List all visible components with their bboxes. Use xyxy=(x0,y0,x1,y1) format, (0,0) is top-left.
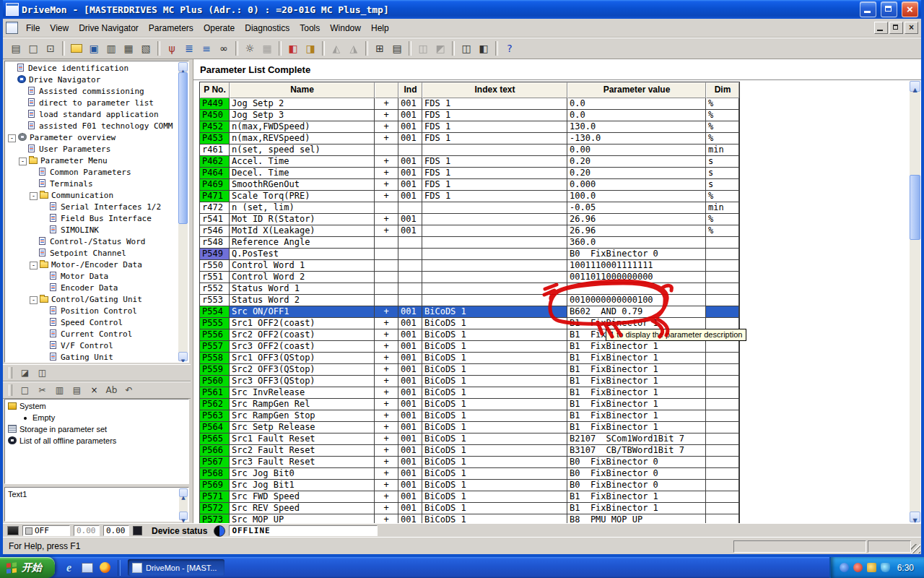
expand-cell[interactable]: + xyxy=(375,468,398,480)
expand-cell[interactable]: + xyxy=(375,225,398,237)
table-row[interactable]: r472n (set, lim)-0.05min xyxy=(200,202,739,214)
table-row[interactable]: P558Src1 OFF3(QStop)+001BiCoDS 1B1 FixBi… xyxy=(200,353,739,364)
table-row[interactable]: P572Src REV Speed+001BiCoDS 1B1 FixBinec… xyxy=(200,503,739,514)
table-row[interactable]: P471Scale Torq(PRE)+001FDS 1100.0% xyxy=(200,191,739,202)
table-row[interactable]: r553Status Word 20010000000000100 xyxy=(200,295,739,306)
table-row[interactable]: P566Src2 Fault Reset+001BiCoDS 1B3107 CB… xyxy=(200,445,739,457)
menu-view[interactable]: View xyxy=(45,21,74,35)
value-field-1[interactable]: 0.00 xyxy=(74,525,100,536)
expand-cell[interactable]: + xyxy=(375,168,398,179)
table-row[interactable]: r546MotId X(Leakage)+00126.96% xyxy=(200,225,739,237)
print-button[interactable]: ▦ xyxy=(120,40,137,57)
expander-icon[interactable]: - xyxy=(8,134,16,142)
tray-icon-3[interactable] xyxy=(867,563,876,572)
expand-cell[interactable]: + xyxy=(375,110,398,121)
system-item-list-of-all-offline-parameters[interactable]: List of all offline parameters xyxy=(5,436,188,447)
expand-cell[interactable]: + xyxy=(375,457,398,468)
resize-grip[interactable] xyxy=(911,544,920,553)
table-row[interactable]: r461n(set, speed sel)0.00min xyxy=(200,144,739,156)
expand-cell[interactable]: + xyxy=(375,503,398,514)
search-binoculars-button[interactable]: ∞ xyxy=(215,40,232,57)
settings-gear-button[interactable]: ☼ xyxy=(241,40,258,57)
table-row[interactable]: P567Src3 Fault Reset+001BiCoDS 1B0 FixBi… xyxy=(200,457,739,468)
restore-button[interactable] xyxy=(881,1,897,17)
expander-icon[interactable]: - xyxy=(30,296,38,304)
tree-item-common-parameters[interactable]: Common Parameters xyxy=(5,167,188,178)
table-row[interactable]: r551Control Word 20011011000000000 xyxy=(200,272,739,283)
undo-button[interactable]: ↶ xyxy=(121,382,137,398)
dock-window-button[interactable]: ◪ xyxy=(17,365,33,381)
expand-cell[interactable]: + xyxy=(375,364,398,376)
tree-item-setpoint-channel[interactable]: Setpoint Channel xyxy=(5,248,188,259)
expand-cell[interactable]: + xyxy=(375,133,398,144)
expand-cell[interactable]: + xyxy=(375,121,398,133)
expand-cell[interactable]: + xyxy=(375,445,398,457)
table-row[interactable]: P573Src MOP UP+001BiCoDS 1B8 PMU MOP UP xyxy=(200,514,739,523)
paste-button[interactable]: ▤ xyxy=(7,40,25,57)
delete-button[interactable]: × xyxy=(86,382,103,398)
tree-item-load-standard-application[interactable]: load standard application xyxy=(5,109,188,121)
rename-button[interactable]: Ab xyxy=(103,382,120,398)
tree-item-parameter-menu[interactable]: -Parameter Menu xyxy=(5,155,188,167)
expand-cell[interactable]: + xyxy=(375,329,398,341)
window-cascade-button[interactable]: ◧ xyxy=(475,40,492,57)
table-row[interactable]: r550Control Word 11001110001111111 xyxy=(200,260,739,272)
table-row[interactable]: P563Src RampGen Stop+001BiCoDS 1B1 FixBi… xyxy=(200,410,739,422)
expand-cell[interactable]: + xyxy=(375,422,398,434)
show-desktop-icon[interactable] xyxy=(80,561,94,574)
expand-cell[interactable]: + xyxy=(375,376,398,387)
table-row[interactable]: P462Accel. Time+001FDS 10.20s xyxy=(200,156,739,168)
tray-icon-1[interactable] xyxy=(840,563,849,572)
compare-parameters-button[interactable]: ◧ xyxy=(284,40,302,57)
expand-cell[interactable]: + xyxy=(375,179,398,191)
expand-cell[interactable]: + xyxy=(375,156,398,168)
tree-item-position-control[interactable]: Position Control xyxy=(5,306,188,317)
tree-item-field-bus-interface[interactable]: Field Bus Interface xyxy=(5,213,188,225)
tree-item-drive-navigator[interactable]: Drive Navigator xyxy=(5,74,188,86)
expand-cell[interactable]: + xyxy=(375,480,398,491)
menu-window[interactable]: Window xyxy=(325,21,366,35)
tray-icon-2[interactable] xyxy=(853,563,863,572)
monitor-1-button[interactable]: ◫ xyxy=(414,40,432,57)
open-document-button[interactable]: ⊡ xyxy=(42,40,59,57)
expand-cell[interactable]: + xyxy=(375,318,398,329)
tray-icon-4[interactable] xyxy=(881,563,890,572)
tree-item-device-identification[interactable]: Device identification xyxy=(5,63,188,74)
table-row[interactable]: P562Src RampGen Rel+001BiCoDS 1B1 FixBin… xyxy=(200,399,739,410)
scroll-thumb[interactable] xyxy=(910,175,920,240)
table-row[interactable]: P464Decel. Time+001FDS 10.20s xyxy=(200,168,739,179)
open-folder-button[interactable] xyxy=(68,40,85,57)
ie-launch-icon[interactable]: e xyxy=(62,561,76,574)
tree-item-user-parameters[interactable]: User Parameters xyxy=(5,144,188,155)
table-row[interactable]: P560Src3 OFF3(QStop)+001BiCoDS 1B1 FixBi… xyxy=(200,376,739,387)
tree-item-serial-interfaces-1-2[interactable]: Serial Interfaces 1/2 xyxy=(5,202,188,213)
scroll-up-button[interactable] xyxy=(179,488,188,497)
expand-cell[interactable]: + xyxy=(375,214,398,225)
mdi-minimize-button[interactable] xyxy=(874,22,888,34)
mdi-child-icon[interactable] xyxy=(6,22,18,34)
table-row[interactable]: P568Src Jog Bit0+001BiCoDS 1B0 FixBinect… xyxy=(200,468,739,480)
parameter-table-button[interactable]: ⊞ xyxy=(371,40,388,57)
text1-scrollbar[interactable] xyxy=(179,488,188,520)
table-row[interactable]: P554Src ON/OFF1+001BiCoDS 1B602 AND 0.79 xyxy=(200,306,739,318)
table-row[interactable]: P565Src1 Fault Reset+001BiCoDS 1B2107 SC… xyxy=(200,434,739,445)
link-window-button[interactable]: ◫ xyxy=(34,365,51,381)
table-row[interactable]: P452n(max,FWDSpeed)+001FDS 1130.0% xyxy=(200,121,739,133)
text1-panel[interactable]: Text1 xyxy=(4,487,189,522)
new-document-button[interactable]: □ xyxy=(25,40,42,57)
tree-item-gating-unit[interactable]: Gating Unit xyxy=(5,352,188,363)
mdi-close-button[interactable] xyxy=(905,22,918,34)
minimize-button[interactable] xyxy=(860,1,876,17)
table-row[interactable]: r552Status Word 1 xyxy=(200,283,739,295)
drive-view-list-button[interactable]: ≣ xyxy=(180,40,198,57)
tree-item-simolink[interactable]: SIMOLINK xyxy=(5,225,188,236)
tree-item-assisted-commissioning[interactable]: Assisted commissioning xyxy=(5,86,188,98)
menu-operate[interactable]: Operate xyxy=(199,21,240,35)
tree-scrollbar[interactable] xyxy=(178,62,188,361)
close-button[interactable] xyxy=(902,1,918,17)
scroll-down-button[interactable] xyxy=(910,512,920,522)
table-row[interactable]: P557Src3 OFF2(coast)+001BiCoDS 1B1 FixBi… xyxy=(200,341,739,353)
table-row[interactable]: P561Src InvRelease+001BiCoDS 1B1 FixBine… xyxy=(200,387,739,399)
expander-icon[interactable]: - xyxy=(30,192,38,200)
parameter-list-scrollbar[interactable] xyxy=(910,81,920,522)
